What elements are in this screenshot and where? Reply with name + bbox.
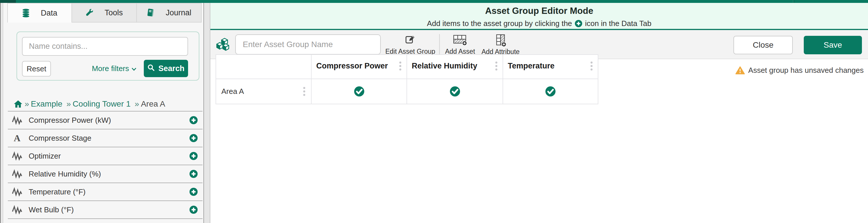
name-contains-input[interactable] [22, 37, 188, 56]
plus-circle-icon [189, 206, 198, 214]
list-item-label: Temperature (°F) [29, 187, 189, 196]
more-filters-link[interactable]: More filters [92, 64, 136, 73]
list-item-label: Compressor Power (kW) [29, 116, 189, 125]
database-icon [22, 9, 30, 17]
add-asset-button[interactable]: Add Asset [440, 34, 480, 55]
add-to-group-button[interactable] [189, 116, 198, 124]
sidebar-tabbar: Data Tools [7, 3, 202, 23]
table-row: Area A [216, 79, 598, 104]
signal-icon [11, 205, 24, 214]
add-to-group-button[interactable] [189, 170, 198, 178]
edit-asset-group-button[interactable]: Edit Asset Group [381, 34, 439, 55]
breadcrumb-separator: » [134, 99, 139, 109]
column-label: Compressor Power [316, 62, 388, 71]
breadcrumb-item-example[interactable]: Example [31, 99, 62, 109]
asset-table: Compressor Power Relative Humidity Tempe… [216, 54, 598, 104]
attribute-check-cell[interactable] [503, 79, 598, 104]
list-item[interactable]: Temperature (°F) [8, 183, 203, 201]
table-header-cell [216, 55, 312, 79]
subtitle-text-before: Add items to the asset group by clicking… [427, 19, 572, 28]
column-label: Temperature [508, 62, 555, 71]
save-button[interactable]: Save [804, 36, 862, 54]
sidebar-scrollbar[interactable] [0, 3, 3, 223]
plus-circle-icon [189, 170, 198, 178]
panel-resize-divider[interactable] [204, 3, 210, 223]
breadcrumb-item-area-a: Area A [141, 99, 165, 109]
tab-label: Tools [104, 8, 123, 17]
list-item[interactable]: Compressor Power (kW) [8, 112, 203, 129]
unsaved-changes-warning: Asset group has unsaved changes [736, 66, 864, 75]
list-item-label: Wet Bulb (°F) [29, 206, 189, 214]
row-menu-icon[interactable] [302, 85, 307, 98]
tab-label: Journal [166, 8, 191, 17]
signal-icon [11, 169, 24, 179]
reset-button[interactable]: Reset [22, 61, 51, 77]
search-panel: Reset More filters Search [17, 32, 199, 81]
row-name: Area A [221, 87, 244, 96]
page-subtitle: Add items to the asset group by clicking… [427, 19, 652, 28]
list-item[interactable]: A Compressor Stage [8, 129, 203, 147]
plus-circle-icon [189, 152, 198, 160]
plus-circle-icon [189, 116, 198, 124]
check-circle-icon [354, 86, 365, 97]
top-bar [0, 0, 868, 3]
warning-icon [736, 66, 745, 75]
top-bar-corner [0, 0, 16, 3]
search-button[interactable]: Search [144, 60, 188, 77]
plus-circle-icon [189, 134, 198, 142]
app-window: Data Tools [0, 0, 868, 223]
column-menu-icon[interactable] [398, 60, 403, 72]
chevron-down-icon [131, 64, 136, 73]
add-attribute-button[interactable]: Add Attribute [476, 34, 525, 55]
tab-tools[interactable]: Tools [72, 3, 137, 23]
column-label: Relative Humidity [412, 62, 477, 71]
subtitle-text-after: icon in the Data Tab [585, 19, 651, 28]
asset-group-editor-panel: Asset Group Editor Mode Add items to the… [210, 3, 868, 223]
add-to-group-button[interactable] [189, 206, 198, 214]
add-asset-icon [453, 34, 467, 47]
table-header-cell: Temperature [503, 55, 598, 79]
list-item-label: Optimizer [29, 152, 189, 160]
signal-icon [11, 187, 24, 196]
column-menu-icon[interactable] [589, 60, 594, 72]
data-item-list: Compressor Power (kW) A Compressor Stage [8, 111, 203, 219]
more-filters-label: More filters [92, 64, 129, 73]
tab-label: Data [41, 9, 57, 17]
plus-circle-icon [189, 187, 198, 196]
warning-text: Asset group has unsaved changes [748, 66, 864, 75]
signal-icon [11, 116, 24, 125]
page-title: Asset Group Editor Mode [485, 6, 593, 16]
breadcrumb-item-cooling-tower-1[interactable]: Cooling Tower 1 [73, 99, 130, 109]
string-signal-icon: A [11, 134, 24, 143]
add-to-group-button[interactable] [189, 152, 198, 160]
add-to-group-button[interactable] [189, 134, 198, 142]
signal-icon [11, 151, 24, 160]
top-bar-divider [793, 0, 795, 3]
close-button[interactable]: Close [734, 36, 793, 54]
edit-icon [405, 34, 415, 46]
column-menu-icon[interactable] [494, 60, 499, 72]
tab-data[interactable]: Data [7, 3, 72, 23]
asset-group-icon [216, 38, 231, 53]
add-to-group-button[interactable] [189, 187, 198, 196]
table-header-cell: Relative Humidity [407, 55, 503, 79]
attribute-check-cell[interactable] [407, 79, 503, 104]
attribute-check-cell[interactable] [312, 79, 407, 104]
breadcrumb: » Example » Cooling Tower 1 » Area A [13, 98, 165, 110]
breadcrumb-separator: » [66, 99, 71, 109]
row-name-cell: Area A [216, 79, 312, 104]
check-circle-icon [450, 86, 460, 97]
tab-journal[interactable]: Journal [137, 3, 202, 23]
sidebar: Data Tools [0, 3, 204, 223]
list-item[interactable]: Wet Bulb (°F) [8, 201, 203, 219]
list-item-label: Compressor Stage [29, 134, 189, 143]
home-icon[interactable] [13, 100, 23, 108]
asset-group-name-input[interactable] [235, 34, 381, 54]
wrench-icon [85, 9, 93, 17]
list-item[interactable]: Relative Humidity (%) [8, 165, 203, 183]
search-button-label: Search [158, 64, 184, 73]
plus-circle-icon [575, 20, 582, 28]
list-item[interactable]: Optimizer [8, 147, 203, 165]
table-header-row: Compressor Power Relative Humidity Tempe… [216, 55, 598, 79]
table-header-cell: Compressor Power [312, 55, 407, 79]
